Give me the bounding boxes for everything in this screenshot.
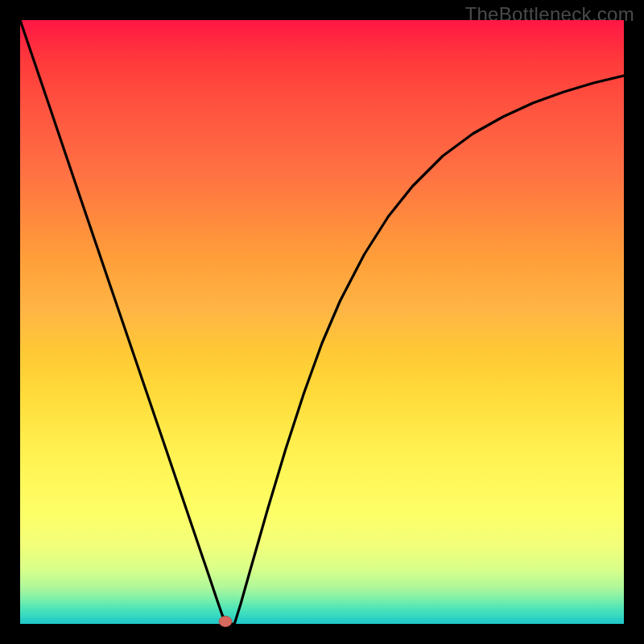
chart-container: TheBottleneck.com [0, 0, 644, 644]
plot-area [20, 20, 624, 624]
curve-svg [20, 20, 624, 624]
minimum-marker [219, 617, 232, 627]
bottleneck-curve-line [20, 20, 624, 624]
